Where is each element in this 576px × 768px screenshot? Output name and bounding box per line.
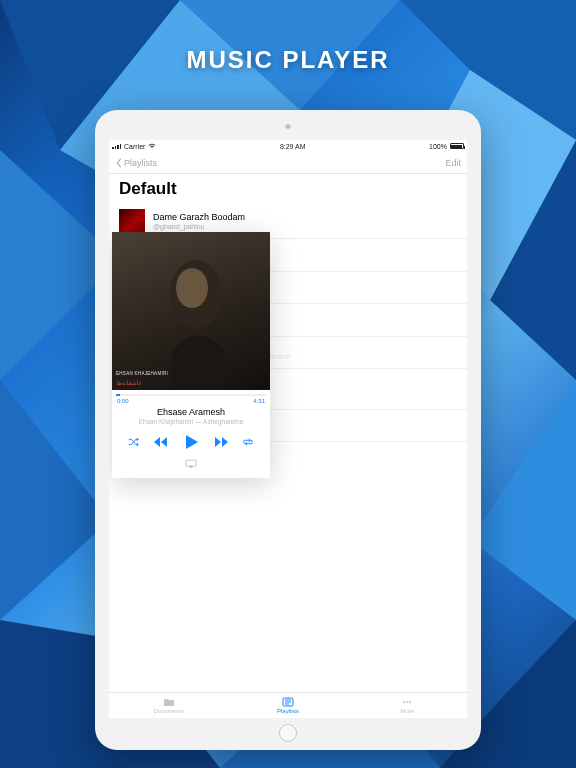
tab-label: More — [400, 708, 414, 714]
page-title: Default — [109, 174, 467, 206]
now-playing-cover: EHSAN KHAJEHAMIRI عاشقانه‌ها — [112, 232, 270, 390]
svg-point-18 — [406, 701, 408, 703]
chevron-left-icon — [115, 158, 123, 168]
next-icon[interactable] — [214, 436, 228, 448]
promo-background: MUSIC PLAYER Carrier 8:29 AM 100% — [0, 0, 576, 768]
svg-point-17 — [403, 701, 405, 703]
progress-bar[interactable] — [116, 394, 266, 396]
now-playing-subtitle: Ehsan Khajehamiri — Asheghaneha — [112, 418, 270, 425]
ipad-camera — [286, 124, 291, 129]
app-screen: Carrier 8:29 AM 100% Playlists Edit Defa… — [109, 140, 467, 718]
time-elapsed: 0:00 — [117, 398, 129, 404]
tab-playlists[interactable]: Playlists — [228, 693, 347, 718]
back-label: Playlists — [124, 158, 157, 168]
repeat-icon[interactable] — [242, 437, 254, 447]
svg-marker-5 — [0, 380, 110, 620]
shuffle-icon[interactable] — [128, 437, 140, 447]
airplay-button[interactable] — [112, 459, 270, 469]
track-title: Dame Garazh Boodam — [153, 213, 245, 223]
svg-rect-15 — [186, 460, 196, 466]
time-total: 4:31 — [253, 398, 265, 404]
track-list[interactable]: Dame Garazh Boodam @ghand_pahlou Ehsase … — [109, 206, 467, 474]
track-artist: @ghand_pahlou — [153, 223, 245, 231]
edit-button[interactable]: Edit — [445, 158, 461, 168]
battery-icon — [450, 143, 464, 149]
now-playing-card[interactable]: EHSAN KHAJEHAMIRI عاشقانه‌ها 0:00 4:31 E… — [112, 232, 270, 478]
documents-icon — [163, 697, 175, 707]
more-icon — [401, 697, 413, 707]
playback-controls — [112, 433, 270, 451]
now-playing-title: Ehsase Aramesh — [112, 407, 270, 417]
cover-album-title: عاشقانه‌ها — [116, 379, 142, 386]
status-bar: Carrier 8:29 AM 100% — [109, 140, 467, 152]
tab-more[interactable]: More — [348, 693, 467, 718]
tab-documents[interactable]: Documents — [109, 693, 228, 718]
tab-label: Playlists — [277, 708, 299, 714]
battery-percent: 100% — [429, 143, 447, 150]
promo-title: MUSIC PLAYER — [0, 46, 576, 74]
wifi-icon — [148, 143, 156, 149]
cover-art — [112, 232, 270, 390]
previous-icon[interactable] — [154, 436, 168, 448]
carrier-label: Carrier — [124, 143, 145, 150]
signal-icon — [112, 144, 121, 149]
status-time: 8:29 AM — [280, 143, 306, 150]
tab-label: Documents — [153, 708, 183, 714]
svg-point-14 — [176, 268, 208, 308]
svg-point-19 — [409, 701, 411, 703]
play-icon[interactable] — [182, 433, 200, 451]
airplay-icon — [185, 459, 197, 469]
cover-artist-name: EHSAN KHAJEHAMIRI — [116, 371, 168, 376]
playlists-icon — [282, 697, 294, 707]
ipad-home-button — [279, 724, 297, 742]
nav-bar: Playlists Edit — [109, 152, 467, 174]
tab-bar: Documents Playlists More — [109, 692, 467, 718]
back-button[interactable]: Playlists — [115, 158, 157, 168]
svg-marker-6 — [470, 380, 576, 620]
ipad-frame: Carrier 8:29 AM 100% Playlists Edit Defa… — [95, 110, 481, 750]
